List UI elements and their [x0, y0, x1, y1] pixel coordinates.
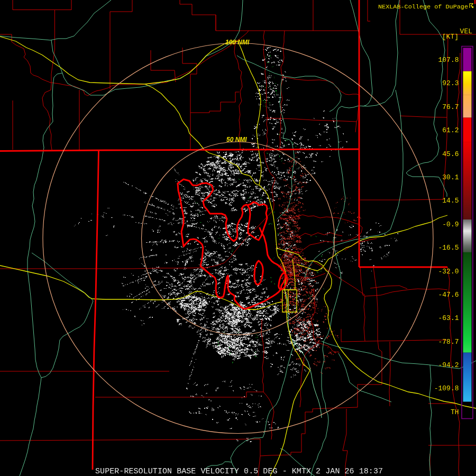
svg-text:92.3: 92.3: [442, 79, 459, 87]
svg-text:-32.0: -32.0: [438, 268, 459, 276]
svg-text:-109.8: -109.8: [434, 385, 459, 392]
svg-text:45.6: 45.6: [442, 150, 459, 158]
svg-text:30.1: 30.1: [442, 173, 459, 181]
svg-text:50 NMI: 50 NMI: [226, 136, 247, 143]
svg-text:-0.9: -0.9: [442, 221, 459, 228]
svg-text:-16.5: -16.5: [438, 244, 459, 252]
svg-text:-78.7: -78.7: [438, 338, 459, 346]
svg-text:14.5: 14.5: [442, 197, 459, 205]
svg-text:[KT]: [KT]: [442, 33, 459, 41]
svg-text:107.8: 107.8: [438, 56, 459, 64]
svg-text:SUPER-RESOLUTION BASE VELOCITY: SUPER-RESOLUTION BASE VELOCITY 0.5 DEG -…: [95, 467, 383, 476]
svg-text:100 NMI: 100 NMI: [225, 39, 250, 46]
svg-text:76.7: 76.7: [442, 103, 459, 111]
svg-text:61.2: 61.2: [442, 126, 459, 134]
svg-text:VEL: VEL: [460, 28, 472, 35]
svg-text:-47.6: -47.6: [438, 291, 459, 299]
svg-text:NEXLAB-College of DuPage: NEXLAB-College of DuPage: [378, 3, 468, 11]
svg-text:TH: TH: [451, 408, 459, 416]
svg-text:-94.2: -94.2: [438, 361, 459, 369]
svg-text:-63.1: -63.1: [438, 314, 459, 322]
